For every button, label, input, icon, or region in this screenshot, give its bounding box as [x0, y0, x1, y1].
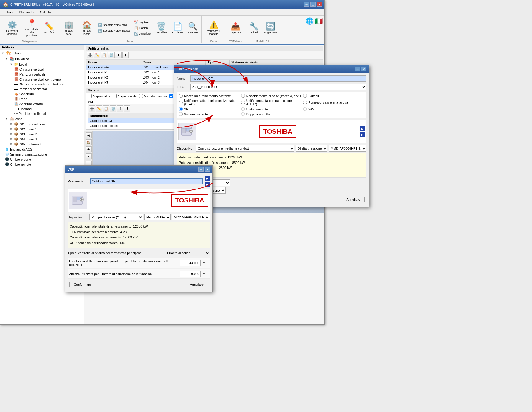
ribbon-nuovo-locale-btn[interactable]: 🏠 Nuovo locale — [78, 19, 96, 37]
tree-z02[interactable]: ⊞ 📦 Z02 - floor 1 — [0, 127, 84, 132]
tree-sistemi-climatizzazione[interactable]: ❄️ Sistemi di climatizzazione — [0, 152, 84, 157]
check-acqua-calda[interactable]: Acqua calda — [88, 94, 110, 98]
ribbon-copiare-btn[interactable]: 📋 Copiare — [133, 25, 152, 31]
radio-pthp[interactable]: Unità compatta pompa di calore (PTHP) — [241, 99, 302, 106]
radio-riscaldamento[interactable]: Riscaldamento di base (zoccolo, ecc.) — [241, 94, 302, 98]
acqua-calda-checkbox[interactable] — [88, 94, 92, 98]
tree-chiusure-verticali[interactable]: 🧱 Chiusure verticali — [0, 67, 84, 72]
tree-lucernari[interactable]: ◻ Lucernari — [0, 106, 84, 111]
radio-riscaldamento-input[interactable] — [241, 94, 245, 98]
check-acqua-fredda[interactable]: Acqua fredda — [113, 94, 137, 98]
menu-edificio[interactable]: Edificio — [1, 10, 17, 14]
radio-unita-compatta[interactable]: Unità compatta — [241, 107, 302, 111]
tree-z01[interactable]: ⊞ 📦 Z01 - ground floor — [0, 122, 84, 127]
dialog-vrf-close[interactable]: ✕ — [205, 167, 210, 172]
tree-aperture-vetrate[interactable]: 🪟 Aperture vetrate — [0, 101, 84, 106]
add-vrf-btn[interactable]: ➕ — [89, 105, 95, 112]
pipe-length-input[interactable] — [180, 260, 201, 266]
radio-uc-input[interactable] — [241, 107, 245, 111]
logo-btn-1[interactable]: ▶ — [360, 126, 365, 131]
ribbon-duplicare-btn[interactable]: 📄 Duplicare — [170, 21, 185, 35]
radio-pompa-calore[interactable]: Pompa di calore aria-acqua — [303, 99, 364, 106]
radio-macchina-input[interactable] — [179, 94, 183, 98]
3d-tool-3[interactable]: 👁 — [86, 146, 92, 152]
ribbon-dati-btn[interactable]: 📍 Dati relativi alla posizione — [22, 18, 41, 38]
radio-volume-costante[interactable]: Volume costante — [179, 112, 240, 116]
menu-calcolo[interactable]: Calcolo — [38, 10, 53, 14]
vrf-confirm-btn[interactable]: Confermare — [69, 282, 95, 287]
vrf-device-type-select[interactable]: Pompa di calore (2 tubi) — [89, 214, 143, 220]
3d-tool-1[interactable]: ◀ — [86, 132, 92, 138]
ribbon-tagliare-btn[interactable]: ✂️ Tagliare — [133, 20, 152, 25]
move-up-unita-btn[interactable]: ⬆ — [115, 52, 122, 58]
device-type-select[interactable]: Con distribuzione mediante condotti — [196, 145, 294, 152]
priority-select[interactable]: Priorità di carico — [166, 250, 210, 256]
tree-z05[interactable]: ⊞ 📦 Z05 - unheated — [0, 142, 84, 147]
dialog-terminale-close[interactable]: ✕ — [361, 67, 366, 71]
move-up-vrf-btn[interactable]: ⬆ — [117, 105, 123, 112]
vrf-main-checkbox[interactable] — [169, 94, 173, 98]
radio-pthp-input[interactable] — [241, 101, 245, 104]
device-pressure-select[interactable]: Di alta pressione — [296, 145, 327, 152]
ribbon-nuova-zona-btn[interactable]: 🏢 Nuova zona — [60, 19, 78, 37]
radio-ptac-input[interactable] — [179, 101, 183, 104]
menu-planimetrie[interactable]: Planimetrie — [17, 10, 37, 14]
radio-vav[interactable]: VAV — [303, 107, 364, 111]
ribbon-esportare-btn[interactable]: 📤 Esportare — [228, 21, 243, 35]
acqua-fredda-checkbox[interactable] — [113, 94, 117, 98]
tree-edificio[interactable]: ▼ 🏗️ Edificio — [0, 50, 84, 56]
tree-partizioni-oriz[interactable]: ▬ Partizioni orizzontali — [0, 86, 84, 91]
close-btn[interactable]: ✕ — [317, 2, 322, 7]
tree-ombre-proprie[interactable]: 🌑 Ombre proprie — [0, 157, 84, 162]
maximize-btn[interactable]: □ — [310, 2, 316, 7]
vrf-device-series-select[interactable]: Mini SMMSe — [144, 214, 171, 220]
terminale-cancel-btn[interactable]: Annullare — [342, 197, 365, 202]
copy-unita-btn[interactable]: 📋 — [101, 52, 107, 58]
vrf-cancel-btn[interactable]: Annullare — [186, 282, 208, 287]
tree-chiusure-verticali-ct[interactable]: 🧱 Chiusure verticali controterra — [0, 77, 84, 82]
tree-partizioni-verticali[interactable]: 🧱 Partizioni verticali — [0, 72, 84, 77]
radio-dc-input[interactable] — [241, 112, 245, 116]
radio-vav-input[interactable] — [303, 107, 307, 111]
edit-unita-btn[interactable]: ✏️ — [94, 52, 100, 58]
dialog-vrf-minimize[interactable]: ─ — [198, 167, 204, 172]
minimize-btn[interactable]: ─ — [304, 2, 309, 7]
radio-vrf[interactable]: VRF — [179, 107, 240, 111]
tree-coperture[interactable]: ⛺ Coperture — [0, 91, 84, 96]
move-down-vrf-btn[interactable]: ⬇ — [124, 105, 130, 112]
ribbon-cercare-btn[interactable]: 🔍 Cercare — [186, 21, 200, 35]
ribbon-aggiornare-btn[interactable]: 🔄 Aggiornare — [262, 21, 279, 35]
move-down-unita-btn[interactable]: ⬇ — [122, 52, 129, 58]
delete-vrf-btn[interactable]: 🗑️ — [110, 105, 116, 112]
ribbon-modifica-btn[interactable]: ✏️ Modifica — [42, 21, 56, 35]
tree-chiusure-oriz-ct[interactable]: ▬ Chiusure orizzontali controterra — [0, 82, 84, 86]
check-miscela[interactable]: Miscela d'acqua — [139, 94, 167, 98]
3d-tool-2[interactable]: 🏠 — [86, 139, 92, 145]
add-unita-btn[interactable]: ➕ — [87, 52, 93, 58]
ref-btn-2[interactable]: ▶ — [205, 182, 210, 187]
copy-vrf-btn[interactable]: 📋 — [103, 105, 109, 112]
ref-btn-1[interactable]: ▶ — [205, 176, 210, 181]
height-input[interactable] — [180, 271, 201, 277]
tree-ponti-termici[interactable]: 〰 Ponti termici lineari — [0, 111, 84, 116]
tree-zone[interactable]: ▼ 🏘️ Zone — [0, 116, 84, 122]
miscela-checkbox[interactable] — [139, 94, 143, 98]
zona-select[interactable]: Z01_ground floor — [190, 84, 366, 90]
ribbon-parametri-btn[interactable]: ⚙️ Parametri generali — [3, 19, 22, 37]
radio-vc-input[interactable] — [179, 112, 183, 116]
radio-pompa-input[interactable] — [303, 101, 307, 104]
ribbon-spigoli-btn[interactable]: 🔧 Spigoli — [247, 21, 261, 35]
delete-unita-btn[interactable]: 🗑️ — [108, 52, 115, 58]
tree-z03[interactable]: ⊞ 📦 Z03 - floor 2 — [0, 132, 84, 137]
ribbon-spostare-alto-btn[interactable]: ⬆️ Spostare verso l'alto — [96, 22, 132, 28]
logo-btn-2[interactable]: ▶ — [360, 132, 365, 137]
nome-input[interactable] — [190, 75, 366, 82]
tree-z04[interactable]: ⊞ 📦 Z04 - floor 3 — [0, 137, 84, 142]
tree-impianti-acs[interactable]: 💧 Impianti di ACS — [0, 147, 84, 152]
radio-fancoil-input[interactable] — [303, 94, 307, 98]
dialog-terminale-minimize[interactable]: ─ — [355, 67, 360, 71]
tree-locali[interactable]: ▼ 📁 Locali — [0, 62, 84, 67]
ribbon-verificare-btn[interactable]: ⚠️ Verificare il modello — [203, 19, 224, 37]
radio-doppio-condotto[interactable]: Doppio condotto — [241, 112, 302, 116]
radio-ptac[interactable]: Unità compatta di aria condizionata (PTA… — [179, 99, 240, 106]
